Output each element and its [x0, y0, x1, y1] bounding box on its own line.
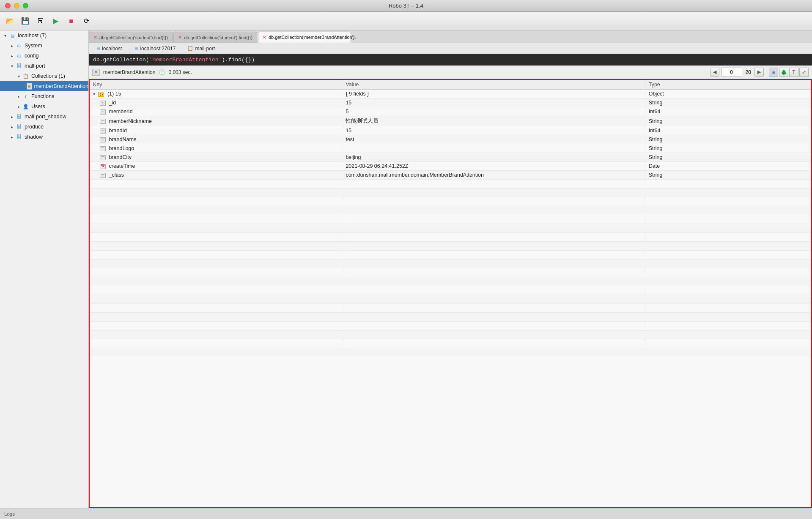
empty-row	[90, 348, 811, 357]
empty-row	[90, 277, 811, 286]
key-cell: "" brandId	[90, 126, 342, 135]
sidebar-item-label: shadow	[25, 134, 43, 140]
sidebar-item-member-brand-attention[interactable]: ≡ memberBrandAttention	[0, 81, 88, 91]
query-suffix: ).find({})	[222, 57, 255, 63]
table-row[interactable]: 📅 createTime 2021-08-29 06:24:41.252Z Da…	[90, 162, 811, 171]
empty-row	[90, 251, 811, 260]
query-highlight: 'memberBrandAttention'	[149, 57, 222, 63]
type-cell: String	[645, 171, 811, 180]
collection-name: memberBrandAttention	[103, 69, 155, 75]
table-body: ▾ { } (1) 15 { 9 fields } Object "" _id	[90, 90, 811, 357]
expand-arrow: ▸	[8, 44, 15, 48]
sidebar-item-label: produce	[25, 124, 44, 130]
field-icon: ""	[100, 101, 106, 106]
key-cell: "" memberNickname	[90, 116, 342, 126]
expand-arrow: ▸	[15, 104, 22, 109]
tab-label: db.getCollection('student').find({})	[99, 35, 168, 40]
value-cell: { 9 fields }	[342, 90, 645, 98]
run-button[interactable]: ▶	[49, 14, 63, 28]
conn-tab-mall-port[interactable]: 📋 mall-port	[184, 45, 218, 52]
conn-tab-label: localhost:27017	[140, 46, 176, 52]
expand-arrow: ▸	[8, 115, 15, 119]
tab-close-icon: ✕	[93, 35, 97, 40]
tab-student-1[interactable]: ✕ db.getCollection('student').find({})	[89, 32, 173, 43]
expand-view-button[interactable]: ⤢	[799, 68, 809, 77]
server-icon: 🖥	[8, 32, 16, 39]
save-button[interactable]: 🖫	[34, 14, 47, 28]
table-row[interactable]: "" brandName test String	[90, 135, 811, 144]
window-title: Robo 3T – 1.4	[389, 3, 423, 9]
sidebar-item-localhost[interactable]: ▾ 🖥 localhost (7)	[0, 30, 88, 41]
value-cell: 15	[342, 98, 645, 107]
open-button[interactable]: 📂	[3, 14, 17, 28]
value-cell	[342, 144, 645, 153]
value-cell: 性能测试人员	[342, 116, 645, 126]
data-table-container: Key Value Type ▾ { } (1) 15 { 9 fields }	[89, 79, 812, 508]
stop-button[interactable]: ■	[64, 14, 78, 28]
key-cell: ▾ { } (1) 15	[90, 90, 342, 98]
tab-member-brand[interactable]: ✕ db.getCollection('memberBrandAttention…	[258, 32, 351, 43]
empty-row	[90, 295, 811, 304]
type-cell: String	[645, 135, 811, 144]
table-row[interactable]: "" brandCity beijing String	[90, 153, 811, 162]
minimize-button[interactable]	[14, 3, 19, 8]
close-button[interactable]	[5, 3, 11, 8]
field-icon: ""	[100, 137, 106, 142]
title-bar: Robo 3T – 1.4	[0, 0, 812, 12]
sidebar-item-functions[interactable]: ▸ ƒ Functions	[0, 91, 88, 101]
expand-arrow: ▸	[8, 135, 15, 139]
sidebar-item-collections[interactable]: ▾ 📋 Collections (1)	[0, 71, 88, 81]
conn-tab-localhost-27017[interactable]: 🖥 localhost:27017	[130, 45, 179, 52]
empty-row	[90, 260, 811, 268]
value-cell: beijing	[342, 153, 645, 162]
status-bar: Logs	[0, 508, 812, 519]
sidebar-item-label: System	[25, 43, 42, 49]
tab-student-2[interactable]: ✕ db.getCollection('student').find({})	[173, 32, 257, 43]
sidebar-item-system[interactable]: ▸ 🗂 System	[0, 41, 88, 51]
sidebar-item-mall-port[interactable]: ▾ 🗄 mall-port	[0, 61, 88, 71]
table-row[interactable]: "" _class com.dunshan.mall.member.domain…	[90, 171, 811, 180]
expand-arrow: ▸	[8, 54, 15, 58]
conn-tab-label: localhost	[102, 46, 122, 52]
text-view-button[interactable]: T	[789, 68, 798, 77]
sidebar-item-label: memberBrandAttention	[34, 83, 88, 89]
sidebar-item-mall-port-shadow[interactable]: ▸ 🗄 mall-port_shadow	[0, 112, 88, 122]
server-icon: 🖥	[134, 46, 138, 51]
sidebar-item-shadow[interactable]: ▸ 🗄 shadow	[0, 132, 88, 142]
expand-toggle[interactable]: ▾	[93, 92, 95, 96]
sidebar-item-config[interactable]: ▸ 🗂 config	[0, 51, 88, 61]
table-row[interactable]: "" memberNickname 性能测试人员 String	[90, 116, 811, 126]
tree-view-button[interactable]: 🌲	[779, 68, 788, 77]
empty-row	[90, 304, 811, 313]
key-cell: "" brandName	[90, 135, 342, 144]
clock-icon: 🕐	[159, 69, 165, 75]
refresh-button[interactable]: ⟳	[80, 14, 93, 28]
empty-row	[90, 268, 811, 277]
empty-row	[90, 180, 811, 188]
table-row[interactable]: "" memberId 5 Int64	[90, 107, 811, 116]
db-icon: 📋	[187, 46, 193, 51]
maximize-button[interactable]	[23, 3, 28, 8]
page-number-input[interactable]	[721, 68, 742, 77]
type-cell: String	[645, 98, 811, 107]
query-bar[interactable]: db.getCollection('memberBrandAttention')…	[89, 54, 812, 66]
table-row[interactable]: "" brandLogo String	[90, 144, 811, 153]
sidebar-item-produce[interactable]: ▸ 🗄 produce	[0, 122, 88, 132]
save-as-button[interactable]: 💾	[19, 14, 32, 28]
table-view-button[interactable]: ≡	[769, 68, 778, 77]
sidebar-item-label: Collections (1)	[31, 73, 65, 79]
db-icon: 🗄	[15, 63, 23, 69]
table-row[interactable]: "" _id 15 String	[90, 98, 811, 107]
expand-arrow: ▸	[15, 94, 22, 99]
field-icon: ""	[100, 155, 106, 160]
date-icon: 📅	[100, 164, 106, 169]
table-row[interactable]: ▾ { } (1) 15 { 9 fields } Object	[90, 90, 811, 98]
prev-page-button[interactable]: ◀	[710, 68, 719, 77]
sidebar-item-users[interactable]: ▸ 👤 Users	[0, 101, 88, 112]
results-header: ≡ memberBrandAttention 🕐 0.003 sec. ◀ 20…	[89, 66, 812, 79]
next-page-button[interactable]: ▶	[754, 68, 764, 77]
conn-tab-localhost[interactable]: 🖥 localhost	[92, 45, 125, 52]
table-row[interactable]: "" brandId 15 Int64	[90, 126, 811, 135]
type-cell: Int64	[645, 107, 811, 116]
field-icon: ""	[100, 119, 106, 124]
